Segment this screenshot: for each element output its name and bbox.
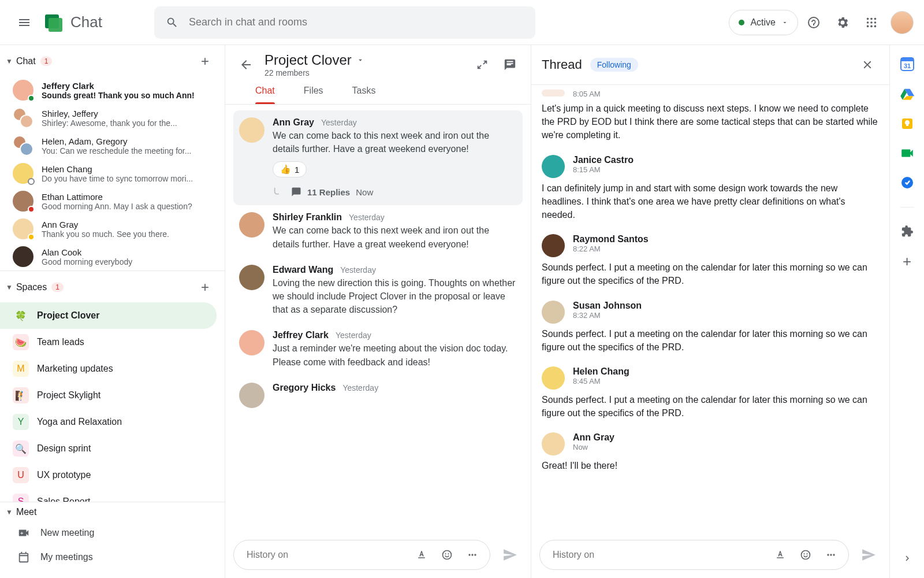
chat-list-item[interactable]: Jeffery ClarkSounds great! Thank you so … — [0, 76, 225, 104]
chevron-down-icon: ▼ — [6, 508, 13, 516]
meet-section-header[interactable]: ▼ Meet — [0, 502, 225, 521]
message[interactable]: Shirley FranklinYesterdayWe can come bac… — [233, 205, 523, 257]
my-meetings-button[interactable]: My meetings — [0, 545, 225, 569]
space-list-item[interactable]: 🧗Project Skylight — [0, 382, 225, 409]
svg-point-12 — [445, 553, 446, 554]
avatar-icon — [13, 163, 33, 184]
emoji-button[interactable] — [437, 544, 457, 565]
add-button[interactable]: + — [903, 253, 911, 271]
addons-button[interactable] — [901, 225, 914, 238]
chevron-down-icon[interactable] — [356, 56, 364, 64]
thread-message-body: Sounds perfect. I put a meeting on the c… — [542, 327, 879, 354]
svg-point-5 — [867, 21, 869, 24]
search-input[interactable] — [189, 16, 524, 28]
main-menu-button[interactable] — [10, 9, 38, 36]
tab-chat[interactable]: Chat — [255, 86, 275, 104]
svg-point-7 — [874, 21, 877, 24]
thread-message[interactable]: Janice Castro8:15 AMI can definitely jum… — [542, 150, 879, 230]
replies-link[interactable]: 11 RepliesNow — [273, 186, 517, 198]
chat-list-item[interactable]: Helen ChangDo you have time to sync tomo… — [0, 160, 225, 187]
compose-box[interactable] — [233, 540, 490, 570]
format-button[interactable] — [411, 544, 432, 565]
message-time: Yesterday — [342, 383, 378, 392]
chat-list-item[interactable]: Helen, Adam, GregoryYou: Can we reschedu… — [0, 132, 225, 160]
thread-message[interactable]: Ann GrayNowGreat! I'll be there! — [542, 428, 879, 480]
thread-message-author: Raymond Santos — [573, 234, 649, 244]
chat-item-name: Helen, Adam, Gregory — [42, 136, 191, 146]
chat-list-item[interactable]: Ann GrayThank you so much. See you there… — [0, 215, 225, 243]
tab-files[interactable]: Files — [304, 86, 323, 104]
calendar-app-icon[interactable]: 31 — [900, 57, 915, 72]
avatar-icon — [239, 265, 264, 290]
emoji-button[interactable] — [795, 544, 816, 565]
new-chat-button[interactable]: + — [193, 50, 217, 73]
space-list-item[interactable]: MMarketing updates — [0, 355, 225, 382]
svg-point-20 — [827, 554, 829, 555]
thread-message[interactable]: Susan Johnson8:32 AMSounds perfect. I pu… — [542, 296, 879, 362]
chat-list-item[interactable]: Shirley, JefferyShirley: Awesome, thank … — [0, 104, 225, 132]
thread-messages: 8:05 AMLet's jump in a quick meeting to … — [531, 85, 889, 578]
thread-message[interactable]: Helen Chang8:45 AMSounds perfect. I put … — [542, 362, 879, 428]
message[interactable]: Ann GrayYesterdayWe can come back to thi… — [233, 110, 523, 205]
avatar-icon — [239, 383, 264, 408]
help-button[interactable] — [800, 9, 827, 36]
expand-rail-button[interactable] — [896, 547, 919, 570]
search-bar[interactable] — [154, 6, 535, 39]
space-list-item[interactable]: 🔍Design sprint — [0, 435, 225, 462]
format-button[interactable] — [770, 544, 791, 565]
message[interactable]: Gregory HicksYesterday — [233, 376, 523, 415]
space-list-item[interactable]: UUX prototype — [0, 462, 225, 488]
chat-list-item[interactable]: Ethan LattimoreGood morning Ann. May I a… — [0, 187, 225, 215]
more-button[interactable] — [462, 544, 483, 565]
thread-message-time: 8:32 AM — [573, 311, 642, 320]
svg-point-17 — [802, 551, 810, 560]
space-avatar-icon: U — [13, 467, 29, 483]
avatar-icon — [542, 301, 565, 324]
chat-list: Jeffery ClarkSounds great! Thank you so … — [0, 76, 225, 271]
send-icon — [861, 547, 876, 562]
space-list-item[interactable]: 🍉Team leads — [0, 329, 225, 355]
thread-message[interactable]: 8:05 AMLet's jump in a quick meeting to … — [542, 85, 879, 150]
thread-message-body: Sounds perfect. I put a meeting on the c… — [542, 261, 879, 287]
tab-tasks[interactable]: Tasks — [352, 86, 376, 104]
following-chip[interactable]: Following — [590, 58, 638, 72]
space-item-label: Team leads — [37, 337, 84, 347]
svg-point-4 — [874, 17, 877, 20]
thread-message[interactable]: Raymond Santos8:22 AMSounds perfect. I p… — [542, 229, 879, 295]
keep-app-icon[interactable] — [900, 117, 914, 131]
search-icon — [166, 16, 178, 29]
chat-section-header[interactable]: ▼ Chat 1 + — [0, 45, 225, 76]
close-thread-button[interactable] — [856, 53, 879, 76]
space-list-item[interactable]: SSales Report — [0, 488, 225, 502]
new-meeting-button[interactable]: New meeting — [0, 521, 225, 545]
thread-compose-box[interactable] — [539, 540, 849, 570]
status-selector[interactable]: Active — [729, 10, 798, 35]
chat-section-title: Chat — [16, 56, 36, 66]
space-list-item[interactable]: YYoga and Relaxation — [0, 409, 225, 435]
thread-message-body: Great! I'll be there! — [542, 459, 879, 472]
meet-app-icon[interactable] — [900, 146, 915, 161]
send-button[interactable] — [856, 542, 881, 568]
message-time: Yesterday — [349, 213, 385, 222]
thread-toggle-button[interactable] — [497, 52, 523, 77]
new-space-button[interactable]: + — [193, 276, 217, 299]
tasks-app-icon[interactable] — [900, 176, 914, 190]
spaces-section-header[interactable]: ▼ Spaces 1 + — [0, 271, 225, 302]
space-avatar-icon: 🍉 — [13, 334, 29, 350]
chat-list-item[interactable]: Alan CookGood morning everybody — [0, 243, 225, 271]
settings-button[interactable] — [829, 9, 856, 36]
account-avatar[interactable] — [891, 11, 914, 34]
compose-input[interactable] — [247, 550, 407, 560]
space-list-item[interactable]: 🍀Project Clover — [0, 302, 217, 329]
thread-compose-input[interactable] — [553, 550, 765, 560]
collapse-button[interactable] — [470, 52, 495, 77]
more-button[interactable] — [821, 544, 841, 565]
message[interactable]: Edward WangYesterdayLoving the new direc… — [233, 258, 523, 324]
drive-app-icon[interactable] — [900, 87, 915, 102]
reply-arrow-icon — [273, 186, 285, 198]
send-button[interactable] — [497, 542, 523, 568]
back-button[interactable] — [233, 52, 259, 77]
message[interactable]: Jeffrey ClarkYesterdayJust a reminder we… — [233, 323, 523, 375]
reaction-chip[interactable]: 👍1 — [273, 161, 307, 177]
apps-button[interactable] — [858, 9, 885, 36]
